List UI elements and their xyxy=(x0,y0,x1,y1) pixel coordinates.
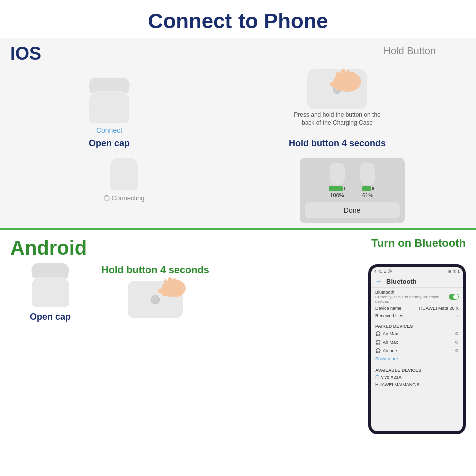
available-device-row-1[interactable]: vivo X21A xyxy=(375,374,459,381)
bt-device-row-3[interactable]: 🎧 Air one ⚙ xyxy=(375,347,459,355)
android-section: Android Turn on Bluetooth Open cap Hold … xyxy=(0,230,476,439)
paired-devices-title: PAIRED DEVICES xyxy=(375,324,459,329)
small-case-illustration xyxy=(110,158,138,190)
avail-device-2: HUAWEI MAIMANG 5 xyxy=(375,382,420,387)
android-open-cap-label: Open cap xyxy=(30,312,71,322)
received-files-arrow: › xyxy=(457,313,459,318)
ios-open-cap-col: Connect Open cap xyxy=(89,78,130,149)
battery-item-2: 61% xyxy=(360,163,375,198)
bt-label: Bluetooth xyxy=(375,290,449,295)
battery-pct-2: 61% xyxy=(362,192,373,198)
bt-device-2: 🎧 Air Max xyxy=(375,340,398,345)
available-devices-title: AVAILABLE DEVICES xyxy=(375,366,459,374)
connecting-text: Connecting xyxy=(112,194,145,202)
phone-mockup: 4:41 ⊿ ⓑ ⊞ ⑦ 1 ← Bluetooth Bluetooth C xyxy=(368,264,466,434)
android-case-lid xyxy=(30,263,70,278)
android-left-col: Open cap xyxy=(10,264,90,434)
battery-bar-1 xyxy=(329,186,343,191)
connecting-spinner-icon xyxy=(104,195,110,201)
bt-device-row-2[interactable]: 🎧 Air Max ⚙ xyxy=(375,338,459,347)
bt-headphone-icon-2: 🎧 xyxy=(375,340,381,345)
status-left: 4:41 ⊿ ⓑ xyxy=(374,269,392,274)
battery-indicator-1 xyxy=(329,186,345,191)
status-right: ⊞ ⑦ 1 xyxy=(448,269,460,274)
bt-toggle-row: Bluetooth Currently visible to nearby Bl… xyxy=(375,290,459,304)
battery-item-1: 100% xyxy=(329,163,345,198)
phone-bt-header: ← Bluetooth xyxy=(371,275,463,288)
connecting-label: Connecting xyxy=(104,194,145,202)
android-content: Open cap Hold button 4 seconds xyxy=(10,264,466,434)
battery-tip-1 xyxy=(344,187,345,190)
svg-rect-5 xyxy=(334,79,356,90)
press-description: Press and hold the button on theback of … xyxy=(294,111,380,127)
bt-gear-icon-1[interactable]: ⚙ xyxy=(455,331,459,336)
airpods-case-open-illustration xyxy=(89,78,129,123)
battery-bar-2 xyxy=(362,186,371,191)
ios-section: IOS Hold Button Connect Open cap xyxy=(0,38,476,158)
received-files-row[interactable]: Received files › xyxy=(375,312,459,320)
turn-on-bluetooth-label: Turn on Bluetooth xyxy=(371,236,466,250)
avail-spinner-1 xyxy=(375,375,379,379)
android-case-open-illustration xyxy=(32,264,69,307)
battery-tip-2 xyxy=(372,187,374,190)
ios-connecting-col: Connecting xyxy=(10,158,238,223)
hold-button-label: Hold Button xyxy=(383,45,436,57)
case-body xyxy=(89,91,129,123)
hold-button-step-label: Hold button 4 seconds xyxy=(289,138,386,149)
bt-gear-icon-2[interactable]: ⚙ xyxy=(455,340,459,345)
android-hand-press-icon xyxy=(153,273,188,308)
ios-hold-button-col: Press and hold the button on theback of … xyxy=(287,69,387,149)
earpiece-shape-2 xyxy=(360,163,375,185)
paired-devices-section: PAIRED DEVICES 🎧 Air Max ⚙ 🎧 Air Max xyxy=(371,322,463,364)
bt-device-row-1[interactable]: 🎧 Air Max ⚙ xyxy=(375,330,459,338)
hand-pressing-icon xyxy=(322,64,362,104)
avail-device-1: vivo X21A xyxy=(375,375,402,380)
open-cap-label: Open cap xyxy=(89,138,130,149)
bt-device-1: 🎧 Air Max xyxy=(375,331,398,336)
android-right-col: 4:41 ⊿ ⓑ ⊞ ⑦ 1 ← Bluetooth Bluetooth C xyxy=(220,264,466,434)
bt-sub-label: Currently visible to nearby Bluetooth de… xyxy=(375,295,449,304)
bluetooth-title: Bluetooth xyxy=(386,278,417,285)
android-header: Android Turn on Bluetooth xyxy=(10,236,466,259)
charging-case-back xyxy=(307,69,367,109)
device-name-value: HUAWEI Mate 20 X xyxy=(419,306,459,311)
ios-done-col: 100% 61% Done xyxy=(238,158,466,223)
android-label: Android xyxy=(10,236,87,259)
svg-point-6 xyxy=(330,82,337,87)
done-mockup: 100% 61% Done xyxy=(300,158,405,223)
bt-gear-icon-3[interactable]: ⚙ xyxy=(455,348,459,353)
ios-label: IOS xyxy=(10,43,41,64)
available-device-row-2[interactable]: HUAWEI MAIMANG 5 xyxy=(375,381,459,389)
bluetooth-toggle[interactable] xyxy=(449,294,459,300)
done-button[interactable]: Done xyxy=(305,202,400,218)
ios-row2: Connecting 100% xyxy=(0,158,476,228)
hand-press-illustration: Press and hold the button on theback of … xyxy=(287,69,387,134)
received-files-label: Received files xyxy=(375,313,403,318)
android-case-body xyxy=(32,277,69,307)
ios-row1: Connect Open cap xyxy=(10,69,466,153)
device-name-label: Device name xyxy=(375,306,402,311)
earpiece-shape-1 xyxy=(330,163,345,185)
battery-row: 100% 61% xyxy=(329,163,375,198)
back-arrow-icon[interactable]: ← xyxy=(375,277,382,285)
phone-screen: 4:41 ⊿ ⓑ ⊞ ⑦ 1 ← Bluetooth Bluetooth C xyxy=(371,267,463,431)
device-name-row: Device name HUAWEI Mate 20 X xyxy=(375,305,459,312)
available-devices-section: AVAILABLE DEVICES vivo X21A HUAWEI MAIMA… xyxy=(371,364,463,391)
battery-pct-1: 100% xyxy=(330,192,344,198)
android-case-press-illustration xyxy=(128,281,183,318)
page-title: Connect to Phone xyxy=(0,0,476,38)
connect-label: Connect xyxy=(96,126,122,134)
svg-point-13 xyxy=(158,289,164,293)
phone-status-bar: 4:41 ⊿ ⓑ ⊞ ⑦ 1 xyxy=(371,267,463,275)
bt-headphone-icon-1: 🎧 xyxy=(375,331,381,336)
show-more-button[interactable]: Show more ... xyxy=(375,355,459,362)
battery-indicator-2 xyxy=(362,186,374,191)
svg-rect-12 xyxy=(162,286,182,296)
bt-device-3: 🎧 Air one xyxy=(375,348,397,353)
android-middle-col: Hold button 4 seconds xyxy=(100,264,210,434)
bt-headphone-icon-3: 🎧 xyxy=(375,348,381,353)
bt-toggle-section: Bluetooth Currently visible to nearby Bl… xyxy=(371,288,463,322)
